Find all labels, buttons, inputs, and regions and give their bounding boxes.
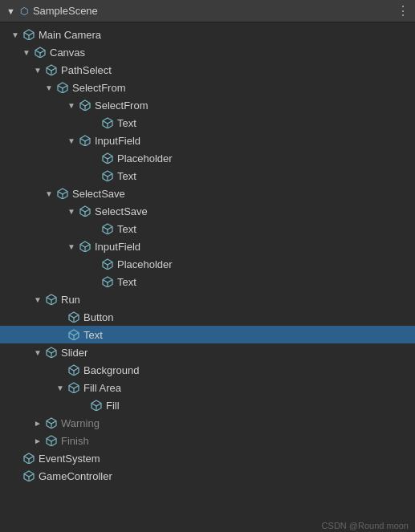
footer-text: CSDN @Round moon (322, 521, 409, 530)
cube-icon-gamecontroller (22, 469, 35, 482)
item-label-fill: Fill (106, 400, 409, 412)
tree-item-button[interactable]: Button (0, 308, 415, 326)
tree-item-text1[interactable]: Text (0, 114, 415, 132)
tree-arrow-run[interactable] (34, 295, 45, 304)
item-label-text3: Text (117, 223, 409, 235)
item-label-finish: Finish (61, 435, 409, 447)
tree-item-background[interactable]: Background (0, 361, 415, 379)
item-label-inputfield2: InputField (95, 241, 409, 253)
cube-icon-selectsave-child (79, 205, 92, 217)
cube-icon-placeholder1 (101, 152, 114, 164)
cube-icon-eventsystem (22, 452, 35, 465)
cube-icon-main-camera (22, 28, 35, 41)
cube-icon-text4 (101, 275, 114, 288)
cube-icon-pathselect (45, 63, 58, 76)
cube-icon-warning (45, 416, 58, 429)
tree-item-inputfield1[interactable]: InputField (0, 132, 415, 149)
tree-item-selectsave-group[interactable]: SelectSave (0, 185, 415, 202)
tree-item-selectsave-child[interactable]: SelectSave (0, 202, 415, 220)
tree-arrow-selectfrom-group[interactable] (45, 83, 56, 92)
cube-icon-slider (45, 346, 58, 359)
tree-arrow-pathselect[interactable] (34, 66, 45, 75)
tree-item-placeholder1[interactable]: Placeholder (0, 149, 415, 167)
tree-arrow-selectsave-group[interactable] (45, 189, 56, 198)
cube-icon-text2 (101, 169, 114, 182)
tree-item-warning[interactable]: Warning (0, 414, 415, 432)
item-label-placeholder1: Placeholder (117, 152, 409, 164)
tree-item-gamecontroller[interactable]: GameController (0, 467, 415, 485)
cube-icon-background (67, 363, 80, 376)
tree-item-selectfrom-group[interactable]: SelectFrom (0, 79, 415, 96)
footer: CSDN @Round moon (315, 519, 415, 532)
tree-item-eventsystem[interactable]: EventSystem (0, 449, 415, 467)
scene-arrow-icon: ▼ (6, 6, 15, 16)
cube-icon-fill (90, 399, 103, 412)
cube-icon-button (67, 311, 80, 323)
tree-item-text3[interactable]: Text (0, 220, 415, 238)
item-label-selectsave-group: SelectSave (72, 188, 409, 200)
item-label-slider: Slider (61, 347, 409, 359)
tree-arrow-slider[interactable] (34, 348, 45, 357)
item-label-eventsystem: EventSystem (39, 453, 409, 465)
tree-item-text4[interactable]: Text (0, 273, 415, 290)
item-label-run: Run (61, 294, 409, 306)
item-label-text2: Text (117, 170, 409, 182)
item-label-text5: Text (83, 329, 409, 341)
tree-arrow-inputfield1[interactable] (67, 136, 79, 145)
hierarchy-header: ▼ ⬡ SampleScene ⋮ (0, 0, 415, 22)
tree-item-text5[interactable]: Text (0, 326, 415, 343)
item-label-main-camera: Main Camera (39, 29, 409, 41)
cube-icon-selectfrom-group (56, 81, 69, 94)
tree-item-run[interactable]: Run (0, 290, 415, 308)
item-label-placeholder2: Placeholder (117, 258, 409, 270)
item-label-text1: Text (117, 117, 409, 129)
tree-arrow-main-camera[interactable] (11, 30, 22, 39)
item-label-selectsave-child: SelectSave (95, 205, 409, 217)
tree-arrow-fill-area[interactable] (56, 384, 67, 392)
scene-title: SampleScene (33, 5, 98, 17)
tree-item-selectfrom-child[interactable]: SelectFrom (0, 96, 415, 114)
tree-arrow-finish[interactable] (34, 437, 45, 445)
item-label-pathselect: PathSelect (61, 64, 409, 76)
cube-icon-selectfrom-child (79, 99, 92, 112)
item-label-text4: Text (117, 276, 409, 288)
item-label-selectfrom-group: SelectFrom (72, 82, 409, 94)
cube-icon-run (45, 293, 58, 306)
tree-item-finish[interactable]: Finish (0, 432, 415, 449)
item-label-warning: Warning (61, 417, 409, 429)
item-label-background: Background (83, 364, 409, 376)
tree-item-pathselect[interactable]: PathSelect (0, 61, 415, 79)
tree-arrow-canvas[interactable] (22, 48, 34, 57)
cube-icon-fill-area (67, 381, 80, 394)
header-left: ▼ ⬡ SampleScene (6, 5, 98, 17)
tree-item-main-camera[interactable]: Main Camera (0, 26, 415, 43)
tree-item-canvas[interactable]: Canvas (0, 43, 415, 61)
cube-icon-canvas (34, 46, 47, 59)
cube-icon-inputfield2 (79, 240, 92, 253)
tree-arrow-inputfield2[interactable] (67, 242, 79, 251)
item-label-gamecontroller: GameController (39, 470, 409, 482)
options-icon[interactable]: ⋮ (397, 3, 409, 18)
scene-icon: ⬡ (20, 6, 28, 17)
tree-arrow-selectfrom-child[interactable] (67, 101, 79, 110)
tree-arrow-selectsave-child[interactable] (67, 207, 79, 216)
tree-item-placeholder2[interactable]: Placeholder (0, 255, 415, 273)
cube-icon-text3 (101, 222, 114, 235)
tree-item-fill-area[interactable]: Fill Area (0, 379, 415, 396)
tree-item-slider[interactable]: Slider (0, 343, 415, 361)
item-label-canvas: Canvas (50, 47, 409, 59)
cube-icon-selectsave-group (56, 187, 69, 200)
cube-icon-placeholder2 (101, 258, 114, 270)
tree-arrow-warning[interactable] (34, 419, 45, 428)
cube-icon-inputfield1 (79, 134, 92, 147)
tree-item-text2[interactable]: Text (0, 167, 415, 185)
tree-item-fill[interactable]: Fill (0, 396, 415, 414)
item-label-selectfrom-child: SelectFrom (95, 99, 409, 112)
tree-item-inputfield2[interactable]: InputField (0, 238, 415, 255)
cube-icon-text1 (101, 116, 114, 129)
item-label-button: Button (83, 311, 409, 323)
scene-tree: Main Camera Canvas PathSelect SelectFrom… (0, 22, 415, 514)
cube-icon-finish (45, 434, 58, 447)
item-label-inputfield1: InputField (95, 135, 409, 147)
item-label-fill-area: Fill Area (83, 382, 409, 394)
